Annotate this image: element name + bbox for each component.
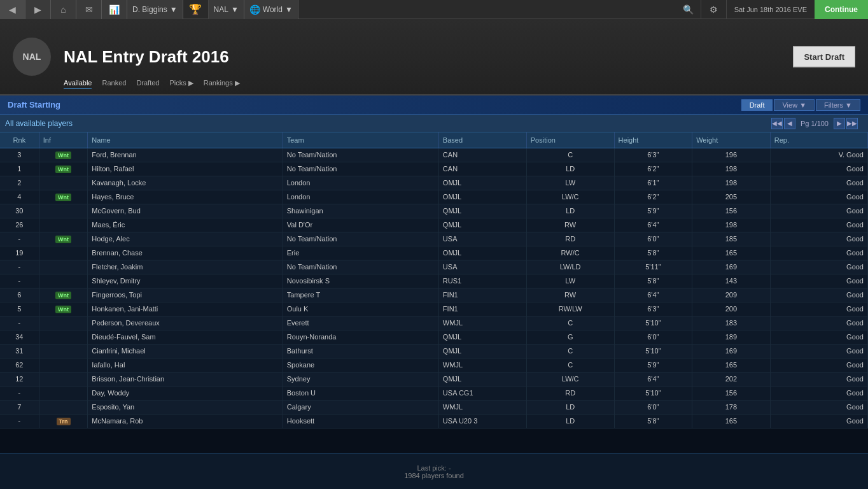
filters-button[interactable]: Filters ▼: [816, 99, 860, 111]
table-row[interactable]: - Wnt Hodge, Alec No Team/Nation USA RD …: [0, 232, 868, 246]
table-row[interactable]: - Day, Woddy Boston U USA CG1 RD 5'10" 1…: [0, 386, 868, 400]
player-team: Novosibirsk S: [283, 274, 438, 288]
home-button[interactable]: ⌂: [51, 0, 76, 19]
table-row[interactable]: 31 Cianfrini, Michael Bathurst QMJL C 5'…: [0, 344, 868, 358]
page-last-button[interactable]: ▶▶: [846, 118, 858, 129]
draft-mode-button[interactable]: Draft: [741, 99, 773, 111]
world-dropdown[interactable]: 🌐 World ▼: [244, 0, 298, 19]
player-based: QMJL: [438, 344, 526, 358]
inf-badge: Wnt: [55, 236, 71, 243]
mail-button[interactable]: ✉: [76, 0, 102, 19]
player-rep: V. Good: [770, 148, 867, 162]
page-first-button[interactable]: ◀◀: [771, 118, 783, 129]
table-row[interactable]: 4 Wnt Hayes, Bruce London OMJL LW/C 6'2"…: [0, 190, 868, 204]
table-row[interactable]: 30 McGovern, Bud Shawinigan QMJL LD 5'9"…: [0, 204, 868, 218]
table-row[interactable]: 26 Maes, Éric Val D'Or QMJL RW 6'4" 198 …: [0, 218, 868, 232]
forward-button[interactable]: ▶: [25, 0, 51, 19]
player-inf: [39, 358, 88, 372]
player-team: Erie: [283, 246, 438, 260]
player-position: C: [526, 344, 614, 358]
player-rank: -: [0, 274, 39, 288]
inf-badge: Wnt: [55, 152, 71, 159]
page-next-button[interactable]: ▶: [834, 118, 845, 129]
inf-badge: Wnt: [55, 292, 71, 299]
player-based: USA CG1: [438, 386, 526, 400]
col-header-team: Team: [283, 132, 438, 148]
table-row[interactable]: 6 Wnt Fingerroos, Topi Tampere T FIN1 RW…: [0, 288, 868, 302]
player-rep: Good: [770, 400, 867, 414]
player-rep: Good: [770, 190, 867, 204]
table-row[interactable]: 19 Brennan, Chase Erie OMJL RW/C 5'8" 16…: [0, 246, 868, 260]
table-row[interactable]: 1 Wnt Hilton, Rafael No Team/Nation CAN …: [0, 162, 868, 176]
view-label: View: [782, 101, 797, 109]
player-based: OMJL: [438, 190, 526, 204]
back-button[interactable]: ◀: [0, 0, 25, 19]
manager-dropdown[interactable]: D. Biggins ▼: [127, 0, 183, 19]
listing-title: All available players: [5, 119, 73, 128]
search-button[interactable]: 🔍: [676, 0, 701, 19]
player-based: WMJL: [438, 358, 526, 372]
view-arrow-icon: ▼: [799, 101, 806, 109]
player-team: Hooksett: [283, 414, 438, 428]
start-draft-button[interactable]: Start Draft: [793, 46, 855, 67]
player-rank: 5: [0, 302, 39, 316]
player-position: C: [526, 358, 614, 372]
continue-button[interactable]: Continue: [815, 0, 868, 19]
view-mode-button[interactable]: View ▼: [774, 99, 815, 111]
table-row[interactable]: - Pederson, Devereaux Everett WMJL C 5'1…: [0, 316, 868, 330]
tab-available[interactable]: Available: [64, 78, 92, 89]
filters-arrow-icon: ▼: [845, 101, 852, 109]
player-inf: [39, 386, 88, 400]
player-team: Val D'Or: [283, 218, 438, 232]
player-position: LD: [526, 400, 614, 414]
player-based: WMJL: [438, 316, 526, 330]
table-row[interactable]: - Trn McNamara, Rob Hooksett USA U20 3 L…: [0, 414, 868, 428]
table-row[interactable]: 3 Wnt Ford, Brennan No Team/Nation CAN C…: [0, 148, 868, 162]
col-header-weight: Weight: [692, 132, 771, 148]
player-name: McGovern, Bud: [88, 204, 283, 218]
table-row[interactable]: 5 Wnt Honkanen, Jani-Matti Oulu K FIN1 R…: [0, 302, 868, 316]
player-inf: [39, 344, 88, 358]
player-height: 5'8": [614, 414, 692, 428]
col-header-position: Position: [526, 132, 614, 148]
table-row[interactable]: 62 Iafallo, Hal Spokane WMJL C 5'9" 165 …: [0, 358, 868, 372]
player-position: RD: [526, 386, 614, 400]
player-weight: 198: [692, 218, 771, 232]
page-title: NAL Entry Draft 2016: [64, 47, 229, 67]
table-row[interactable]: - Fletcher, Joakim No Team/Nation USA LW…: [0, 260, 868, 274]
player-weight: 189: [692, 330, 771, 344]
tab-picks[interactable]: Picks ▶: [169, 78, 193, 89]
player-weight: 143: [692, 274, 771, 288]
player-rank: 62: [0, 358, 39, 372]
table-row[interactable]: 2 Kavanagh, Locke London OMJL LW 6'1" 19…: [0, 176, 868, 190]
player-height: 6'4": [614, 288, 692, 302]
table-row[interactable]: 12 Brisson, Jean-Christian Sydney QMJL L…: [0, 372, 868, 386]
player-weight: 165: [692, 358, 771, 372]
stats-button[interactable]: 📊: [102, 0, 127, 19]
table-row[interactable]: - Shleyev, Dmitry Novosibirsk S RUS1 LW …: [0, 274, 868, 288]
league-dropdown[interactable]: NAL ▼: [209, 0, 244, 19]
table-row[interactable]: 34 Dieudé-Fauvel, Sam Rouyn-Noranda QMJL…: [0, 330, 868, 344]
table-row[interactable]: 7 Esposito, Yan Calgary WMJL LD 6'0" 178…: [0, 400, 868, 414]
player-team: No Team/Nation: [283, 148, 438, 162]
settings-button[interactable]: ⚙: [701, 0, 727, 19]
player-rep: Good: [770, 204, 867, 218]
player-rank: 2: [0, 176, 39, 190]
tab-ranked[interactable]: Ranked: [102, 78, 126, 89]
player-inf: Wnt: [39, 288, 88, 302]
player-position: LW/C: [526, 190, 614, 204]
tab-drafted[interactable]: Drafted: [136, 78, 159, 89]
player-based: CAN: [438, 162, 526, 176]
player-position: RD: [526, 232, 614, 246]
trophy-button[interactable]: 🏆: [183, 0, 209, 19]
player-based: USA U20 3: [438, 414, 526, 428]
main-content: Draft Starting Draft View ▼ Filters ▼ Al…: [0, 96, 868, 489]
player-team: Spokane: [283, 358, 438, 372]
tab-rankings[interactable]: Rankings ▶: [204, 78, 240, 89]
page-prev-button[interactable]: ◀: [784, 118, 795, 129]
player-weight: 183: [692, 316, 771, 330]
player-position: LW: [526, 176, 614, 190]
player-based: OMJL: [438, 246, 526, 260]
player-name: Brisson, Jean-Christian: [88, 372, 283, 386]
player-team: No Team/Nation: [283, 162, 438, 176]
